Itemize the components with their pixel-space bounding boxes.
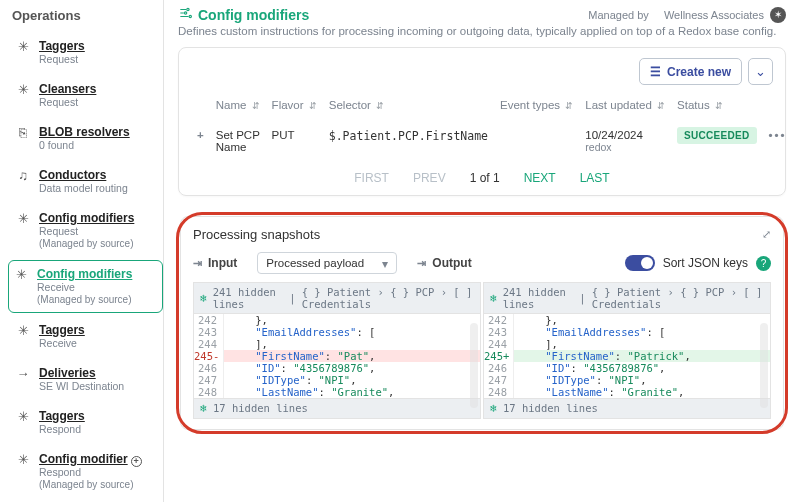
sidebar-item-label: Conductors bbox=[39, 168, 128, 182]
cell-status: SUCCEEDED bbox=[671, 119, 763, 163]
col-name[interactable]: Name ⇵ bbox=[210, 95, 266, 119]
code-line: 244 ], bbox=[194, 338, 480, 350]
sidebar-item-icon: ✳ bbox=[15, 39, 31, 66]
sidebar-item-icon: → bbox=[15, 366, 31, 393]
sidebar-item-sub: SE WI Destination bbox=[39, 380, 124, 393]
pager-prev[interactable]: PREV bbox=[413, 171, 446, 185]
sidebar-item-icon: ✳ bbox=[15, 82, 31, 109]
sidebar-item-deliveries[interactable]: → Deliveries SE WI Destination bbox=[8, 360, 163, 399]
col-flavor[interactable]: Flavor ⇵ bbox=[266, 95, 323, 119]
sidebar: Operations ✳ Taggers Request ✳ Cleansers… bbox=[0, 0, 164, 502]
sort-json-toggle[interactable] bbox=[625, 255, 655, 271]
pager-first[interactable]: FIRST bbox=[354, 171, 389, 185]
sliders-icon bbox=[178, 6, 192, 23]
sidebar-item-icon: ✳ bbox=[15, 211, 31, 250]
payload-select[interactable]: Processed payload bbox=[257, 252, 397, 274]
org-avatar-icon: ✶ bbox=[770, 7, 786, 23]
sidebar-item-sub: Receive bbox=[37, 281, 132, 294]
svg-point-0 bbox=[187, 8, 189, 10]
code-line: 247 "IDType": "NPI", bbox=[484, 374, 770, 386]
sidebar-item-label: Config modifier+ bbox=[39, 452, 142, 466]
code-line: 242 }, bbox=[194, 314, 480, 326]
cell-name: Set PCP Name bbox=[210, 119, 266, 163]
svg-point-2 bbox=[189, 15, 191, 17]
pager: FIRST PREV 1 of 1 NEXT LAST bbox=[191, 163, 773, 187]
sidebar-item-sub: 0 found bbox=[39, 139, 130, 152]
sidebar-item-blob-resolvers[interactable]: ⎘ BLOB resolvers 0 found bbox=[8, 119, 163, 158]
page-title: Config modifiers bbox=[178, 6, 309, 23]
code-line: 243 "EmailAddresses": [ bbox=[484, 326, 770, 338]
config-table: Name ⇵ Flavor ⇵ Selector ⇵ Event types ⇵… bbox=[191, 95, 793, 163]
input-label: ⇥Input bbox=[193, 256, 237, 270]
sidebar-item-icon: ✳ bbox=[13, 267, 29, 306]
cell-selector: $.Patient.PCP.FirstName bbox=[323, 119, 494, 163]
sidebar-item-icon: ✳ bbox=[15, 409, 31, 436]
sidebar-item-label: Taggers bbox=[39, 39, 85, 53]
pager-last[interactable]: LAST bbox=[580, 171, 610, 185]
help-icon[interactable]: ? bbox=[756, 256, 771, 271]
code-line: 242 }, bbox=[484, 314, 770, 326]
sidebar-item-sub: Respond bbox=[39, 466, 142, 479]
cell-updated: 10/24/2024redox bbox=[579, 119, 671, 163]
code-line: 245- "FirstName": "Pat", bbox=[194, 350, 480, 362]
sort-icon: ⇵ bbox=[252, 101, 260, 111]
col-status[interactable]: Status ⇵ bbox=[671, 95, 763, 119]
sidebar-item-taggers[interactable]: ✳ Taggers Receive bbox=[8, 317, 163, 356]
sidebar-item-label: Config modifiers bbox=[37, 267, 132, 281]
sidebar-item-sub: Request bbox=[39, 96, 96, 109]
sidebar-item-sub: Data model routing bbox=[39, 182, 128, 195]
col-event-types[interactable]: Event types ⇵ bbox=[494, 95, 579, 119]
scrollbar[interactable] bbox=[470, 323, 478, 408]
sidebar-item-sub2: (Managed by source) bbox=[39, 479, 142, 491]
code-line: 244 ], bbox=[484, 338, 770, 350]
sidebar-item-conductors[interactable]: ♫ Conductors Data model routing bbox=[8, 162, 163, 201]
col-last-updated[interactable]: Last updated ⇵ bbox=[579, 95, 671, 119]
code-line: 248 "LastName": "Granite", bbox=[484, 386, 770, 398]
sidebar-item-label: Deliveries bbox=[39, 366, 124, 380]
sidebar-item-label: BLOB resolvers bbox=[39, 125, 130, 139]
sidebar-item-taggers[interactable]: ✳ Taggers Respond bbox=[8, 403, 163, 442]
sidebar-item-config-modifiers[interactable]: ✳ Config modifiers Receive (Managed by s… bbox=[8, 260, 163, 313]
page-description: Defines custom instructions for processi… bbox=[164, 23, 800, 47]
row-actions-button[interactable]: ••• bbox=[763, 119, 793, 163]
sidebar-item-label: Cleansers bbox=[39, 82, 96, 96]
col-selector[interactable]: Selector ⇵ bbox=[323, 95, 494, 119]
sidebar-item-icon: ⎘ bbox=[15, 125, 31, 152]
managed-by: Managed by Wellness Associates ✶ bbox=[588, 7, 786, 23]
sidebar-item-config-modifier[interactable]: ✳ Config modifier+ Respond (Managed by s… bbox=[8, 446, 163, 497]
snapshots-title: Processing snapshots bbox=[193, 227, 320, 242]
code-line: 243 "EmailAddresses": [ bbox=[194, 326, 480, 338]
menu-icon: ☰ bbox=[650, 65, 661, 79]
pager-next[interactable]: NEXT bbox=[524, 171, 556, 185]
sort-json-label: Sort JSON keys bbox=[663, 256, 748, 270]
scrollbar[interactable] bbox=[760, 323, 768, 408]
sidebar-item-sub2: (Managed by source) bbox=[37, 294, 132, 306]
sidebar-item-sub: Receive bbox=[39, 337, 85, 350]
status-badge: SUCCEEDED bbox=[677, 127, 757, 144]
snowflake-icon: ❄ bbox=[490, 292, 497, 305]
plus-icon: + bbox=[131, 456, 142, 467]
code-line: 246 "ID": "4356789876", bbox=[194, 362, 480, 374]
create-new-menu-button[interactable]: ⌄ bbox=[748, 58, 773, 85]
sidebar-item-icon: ✳ bbox=[15, 452, 31, 491]
diff-input-pane: ❄ 241 hidden lines | { } Patient › { } P… bbox=[193, 282, 481, 419]
cell-event-types bbox=[494, 119, 579, 163]
expand-row-button[interactable]: + bbox=[191, 119, 210, 163]
svg-point-1 bbox=[184, 12, 186, 14]
main: Config modifiers Managed by Wellness Ass… bbox=[164, 0, 800, 502]
sidebar-item-taggers[interactable]: ✳ Taggers Request bbox=[8, 33, 163, 72]
create-new-button[interactable]: ☰ Create new bbox=[639, 58, 742, 85]
snapshots-card: Processing snapshots ⤢ ⇥Input Processed … bbox=[180, 216, 784, 430]
sidebar-item-label: Taggers bbox=[39, 409, 85, 423]
expand-icon[interactable]: ⤢ bbox=[762, 228, 771, 241]
diff-output-pane: ❄ 241 hidden lines | { } Patient › { } P… bbox=[483, 282, 771, 419]
sidebar-item-cleansers[interactable]: ✳ Cleansers Request bbox=[8, 76, 163, 115]
sidebar-item-label: Config modifiers bbox=[39, 211, 134, 225]
output-label: ⇥Output bbox=[417, 256, 471, 270]
cell-flavor: PUT bbox=[266, 119, 323, 163]
code-line: 248 "LastName": "Granite", bbox=[194, 386, 480, 398]
pager-counts: 1 of 1 bbox=[470, 171, 500, 185]
table-row[interactable]: + Set PCP Name PUT $.Patient.PCP.FirstNa… bbox=[191, 119, 793, 163]
code-line: 247 "IDType": "NPI", bbox=[194, 374, 480, 386]
sidebar-item-config-modifiers[interactable]: ✳ Config modifiers Request (Managed by s… bbox=[8, 205, 163, 256]
